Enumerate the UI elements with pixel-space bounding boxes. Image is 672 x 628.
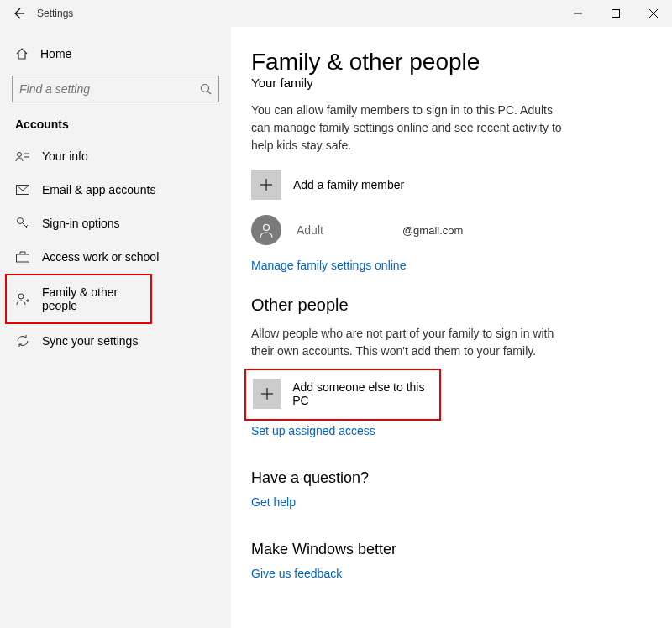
close-button[interactable]: [634, 0, 672, 27]
svg-point-15: [18, 294, 24, 299]
maximize-button[interactable]: [596, 0, 634, 27]
page-title: Family & other people: [251, 49, 638, 76]
sidebar-item-label: Access work or school: [42, 250, 159, 264]
avatar-icon: [251, 215, 281, 245]
back-button[interactable]: [12, 7, 25, 20]
svg-rect-2: [612, 10, 619, 18]
manage-family-link[interactable]: Manage family settings online: [251, 259, 406, 272]
sync-icon: [15, 334, 30, 348]
minimize-button[interactable]: [559, 0, 596, 27]
sidebar-section-header: Accounts: [0, 118, 231, 139]
get-help-link[interactable]: Get help: [251, 495, 296, 509]
sidebar-item-signin[interactable]: Sign-in options: [0, 207, 231, 240]
main-panel: Family & other people Your family You ca…: [231, 27, 672, 628]
svg-point-7: [18, 153, 22, 157]
home-icon: [15, 47, 29, 60]
sidebar-item-label: Your info: [42, 149, 88, 163]
sidebar-item-label: Sign-in options: [42, 217, 120, 230]
family-member-row[interactable]: Adult @gmail.com: [251, 215, 638, 245]
svg-point-11: [18, 218, 24, 224]
sidebar-home-label: Home: [40, 47, 71, 60]
feedback-heading: Make Windows better: [251, 541, 638, 558]
svg-point-5: [202, 85, 209, 92]
assigned-access-link[interactable]: Set up assigned access: [251, 424, 375, 437]
sidebar-item-label: Sync your settings: [42, 334, 138, 348]
your-family-heading: Your family: [251, 76, 638, 90]
search-box[interactable]: [12, 76, 219, 102]
key-icon: [15, 217, 30, 230]
sidebar: Home Accounts Your info: [0, 27, 231, 628]
search-icon: [200, 83, 212, 95]
other-people-desc: Allow people who are not part of your fa…: [251, 325, 562, 360]
sidebar-home[interactable]: Home: [0, 42, 231, 65]
sidebar-item-label: Email & app accounts: [42, 183, 155, 196]
your-family-desc: You can allow family members to sign in …: [251, 102, 562, 154]
sidebar-item-email[interactable]: Email & app accounts: [0, 173, 231, 207]
member-role: Adult: [297, 223, 323, 237]
svg-line-6: [208, 92, 212, 95]
sidebar-item-work[interactable]: Access work or school: [0, 240, 231, 274]
person-card-icon: [15, 150, 30, 162]
svg-point-20: [264, 225, 270, 231]
svg-rect-14: [17, 254, 29, 262]
add-family-member-button[interactable]: Add a family member: [251, 170, 638, 200]
other-people-heading: Other people: [251, 296, 638, 315]
titlebar: Settings: [0, 0, 672, 27]
plus-icon: [251, 170, 281, 200]
sidebar-item-sync[interactable]: Sync your settings: [0, 324, 231, 358]
people-add-icon: [15, 292, 30, 306]
plus-icon: [253, 379, 281, 409]
sidebar-item-your-info[interactable]: Your info: [0, 139, 231, 173]
mail-icon: [15, 185, 30, 195]
feedback-link[interactable]: Give us feedback: [251, 567, 342, 580]
sidebar-item-family[interactable]: Family & other people: [7, 275, 150, 322]
add-someone-label: Add someone else to this PC: [292, 380, 433, 407]
svg-line-13: [26, 225, 28, 227]
add-someone-else-button[interactable]: Add someone else to this PC: [253, 379, 433, 409]
search-input[interactable]: [19, 82, 200, 96]
question-heading: Have a question?: [251, 469, 638, 487]
sidebar-item-label: Family & other people: [42, 285, 150, 312]
add-family-label: Add a family member: [293, 178, 404, 191]
app-title: Settings: [37, 8, 73, 19]
member-email: @gmail.com: [402, 224, 463, 237]
briefcase-icon: [15, 251, 30, 263]
